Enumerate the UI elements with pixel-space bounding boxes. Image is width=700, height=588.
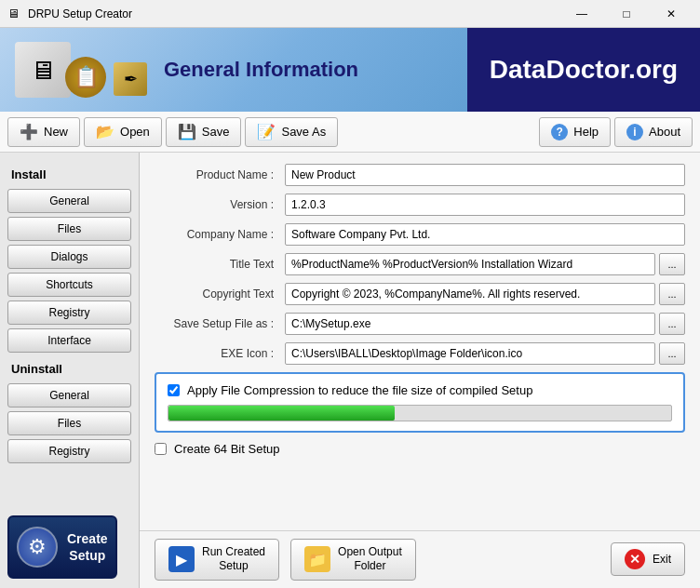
title-text-label: Title Text: [155, 258, 285, 271]
about-button[interactable]: i About: [614, 117, 693, 147]
version-input[interactable]: [285, 194, 685, 216]
product-name-row: Product Name :: [155, 164, 685, 186]
product-name-input[interactable]: [285, 164, 685, 186]
exe-icon-input[interactable]: [285, 342, 655, 365]
header-logo: 🖥 📋 ✒: [15, 42, 153, 98]
exit-button[interactable]: ✕ Exit: [611, 542, 685, 576]
create-setup-icon: ⚙: [17, 527, 58, 568]
64bit-checkbox[interactable]: [155, 443, 167, 455]
sidebar-item-install-shortcuts[interactable]: Shortcuts: [7, 273, 131, 297]
company-name-row: Company Name :: [155, 223, 685, 246]
version-row: Version :: [155, 194, 685, 216]
folder-icon: 📁: [304, 546, 330, 572]
new-button[interactable]: ➕ New: [7, 117, 80, 147]
open-output-folder-button[interactable]: 📁 Open OutputFolder: [290, 539, 416, 581]
exe-icon-browse-button[interactable]: ...: [659, 342, 685, 365]
close-button[interactable]: ✕: [650, 0, 693, 28]
copyright-text-input[interactable]: [285, 283, 655, 305]
copyright-text-label: Copyright Text: [155, 287, 285, 301]
compression-check-row: Apply File Compression to reduce the fil…: [168, 383, 672, 397]
open-button[interactable]: 📂 Open: [84, 117, 162, 147]
run-setup-label: Run CreatedSetup: [202, 545, 265, 574]
company-name-label: Company Name :: [155, 228, 285, 241]
save-setup-browse-button[interactable]: ...: [659, 313, 685, 335]
exit-icon: ✕: [625, 549, 645, 569]
header-brand: DataDoctor.org: [467, 28, 700, 112]
save-icon: 💾: [178, 123, 196, 140]
company-name-input[interactable]: [285, 223, 685, 246]
stamp-icon: 📋: [65, 57, 106, 98]
new-icon: ➕: [20, 123, 38, 140]
create-setup-label: Create Setup: [67, 530, 108, 564]
64bit-label: Create 64 Bit Setup: [174, 442, 279, 456]
minimize-button[interactable]: —: [560, 0, 603, 28]
maximize-button[interactable]: □: [605, 0, 648, 28]
title-bar: 🖥 DRPU Setup Creator — □ ✕: [0, 0, 700, 28]
product-name-label: Product Name :: [155, 168, 285, 181]
bottom-bar: ▶ Run CreatedSetup 📁 Open OutputFolder ✕…: [140, 530, 700, 588]
sidebar-item-install-interface[interactable]: Interface: [7, 328, 131, 353]
sidebar-item-install-dialogs[interactable]: Dialogs: [7, 245, 131, 269]
version-label: Version :: [155, 198, 285, 211]
app-icon: 🖥: [7, 7, 22, 21]
title-text-row: Title Text ...: [155, 253, 685, 275]
copyright-browse-button[interactable]: ...: [659, 283, 685, 305]
exe-icon-label: EXE Icon :: [155, 347, 285, 360]
save-as-icon: 📝: [257, 123, 276, 140]
save-setup-input[interactable]: [285, 313, 655, 335]
sidebar-item-uninstall-registry[interactable]: Registry: [7, 439, 131, 463]
sidebar: Install General Files Dialogs Shortcuts …: [0, 153, 140, 588]
content-area: Product Name : Version : Company Name : …: [140, 153, 700, 530]
save-as-button[interactable]: 📝 Save As: [245, 117, 338, 147]
pen-icon: ✒: [114, 62, 147, 96]
sidebar-item-uninstall-general[interactable]: General: [7, 383, 131, 408]
title-text-input[interactable]: [285, 253, 655, 275]
progress-bar-fill: [168, 406, 395, 421]
uninstall-section-title: Uninstall: [11, 362, 131, 376]
compression-label: Apply File Compression to reduce the fil…: [187, 383, 532, 397]
compression-box: Apply File Compression to reduce the fil…: [155, 372, 685, 433]
title-bar-controls: — □ ✕: [560, 0, 693, 28]
header-title: General Information: [164, 58, 358, 82]
header: 🖥 📋 ✒ General Information DataDoctor.org: [0, 28, 700, 112]
open-folder-label: Open OutputFolder: [338, 545, 402, 574]
save-button[interactable]: 💾 Save: [166, 117, 242, 147]
exe-icon-row: EXE Icon : ...: [155, 342, 685, 365]
sidebar-item-install-general[interactable]: General: [7, 189, 131, 213]
help-button[interactable]: ? Help: [539, 117, 611, 147]
64bit-check-row: Create 64 Bit Setup: [155, 442, 685, 456]
run-setup-icon: ▶: [168, 546, 195, 572]
info-icon: i: [626, 124, 643, 140]
save-setup-label: Save Setup File as :: [155, 317, 285, 330]
open-icon: 📂: [96, 123, 114, 140]
run-created-setup-button[interactable]: ▶ Run CreatedSetup: [155, 539, 279, 581]
save-setup-row: Save Setup File as : ...: [155, 313, 685, 335]
install-section-title: Install: [11, 167, 131, 181]
exit-label: Exit: [653, 553, 671, 566]
title-bar-text: DRPU Setup Creator: [28, 7, 560, 20]
title-text-browse-button[interactable]: ...: [659, 253, 685, 275]
computer-icon: 🖥: [15, 42, 71, 98]
toolbar: ➕ New 📂 Open 💾 Save 📝 Save As ? Help i A…: [0, 112, 700, 153]
compression-checkbox[interactable]: [168, 384, 180, 396]
sidebar-item-install-files[interactable]: Files: [7, 217, 131, 241]
progress-bar-background: [168, 405, 672, 421]
sidebar-item-uninstall-files[interactable]: Files: [7, 411, 131, 435]
sidebar-item-install-registry[interactable]: Registry: [7, 301, 131, 325]
create-setup-button[interactable]: ⚙ Create Setup: [7, 515, 117, 579]
main-layout: Install General Files Dialogs Shortcuts …: [0, 153, 700, 588]
copyright-text-row: Copyright Text ...: [155, 283, 685, 305]
help-icon: ?: [551, 124, 568, 140]
